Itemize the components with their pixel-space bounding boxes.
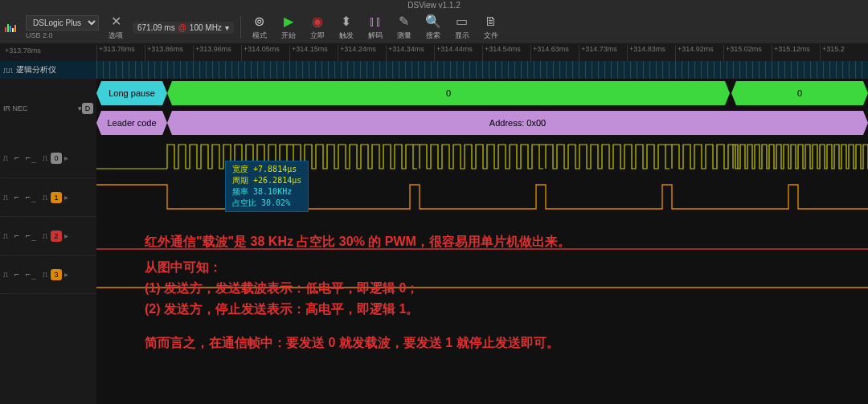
channel-badge[interactable]: 3 <box>51 269 62 280</box>
device-select[interactable]: DSLogic Plus <box>26 15 99 31</box>
ruler-tick: +315.02ms <box>723 45 772 61</box>
channel-badge[interactable]: 0 <box>51 153 62 164</box>
app-logo-icon <box>5 18 21 37</box>
search-button[interactable]: 🔍搜索 <box>421 13 445 42</box>
mode-button[interactable]: ⊚模式 <box>248 13 272 42</box>
app-title: DSView v1.1.2 <box>407 1 460 10</box>
waveform-ch0 <box>96 138 868 178</box>
channel-badge[interactable]: 1 <box>51 192 62 203</box>
ruler-tick: +314.54ms <box>482 45 530 61</box>
search-icon: 🔍 <box>425 14 441 29</box>
ruler-tick: +314.63ms <box>530 45 579 61</box>
signal-icon: ⎍⎍ <box>3 66 13 75</box>
options-button[interactable]: ✕ 选项 <box>104 13 128 42</box>
start-button[interactable]: ▶开始 <box>276 13 301 42</box>
channel-row[interactable]: ⎍ ⌐ ⌐_ ⎍ 3 ▸ <box>0 255 96 294</box>
display-icon: ▭ <box>454 14 470 29</box>
channel-row[interactable]: ⎍ ⌐ ⌐_ ⎍ 0 ▸ <box>0 138 96 178</box>
ruler-tick: +314.83ms <box>627 45 675 61</box>
trigger-icon: ⬍ <box>338 14 354 29</box>
edge-icons: ⎍ ⌐ ⌐_ ⎍ <box>3 231 48 240</box>
time-ruler[interactable]: +313.76ms+313.86ms+313.96ms+314.05ms+314… <box>96 45 868 61</box>
ruler-tick: +315.2 <box>820 45 868 61</box>
edge-icons: ⎍ ⌐ ⌐_ ⎍ <box>3 193 48 202</box>
decode-long-pause: Long pause <box>96 81 167 105</box>
decode-icon: ⫿⫿ <box>367 14 383 29</box>
analyzer-header[interactable]: ⎍⎍ 逻辑分析仪 <box>0 61 96 79</box>
chevron-right-icon: ▸ <box>64 153 68 162</box>
decode-button[interactable]: ⫿⫿解码 <box>363 13 387 42</box>
annotation-4: (2) 发送方，停止发送表示：高电平，即逻辑 1。 <box>145 299 419 320</box>
annotation-1: 红外通信"载波"是 38 KHz 占空比 30% 的 PWM，很容易用单片机做出… <box>145 231 571 252</box>
chevron-down-icon: ▾ <box>225 23 229 32</box>
measure-tooltip: 宽度 +7.8814μs 周期 +26.2814μs 频率 38.10KHz 占… <box>225 161 309 212</box>
display-button[interactable]: ▭显示 <box>450 13 474 42</box>
file-icon: 🗎 <box>483 14 499 29</box>
ruler-tick: +314.24ms <box>338 45 386 61</box>
toolbar: DSLogic Plus USB 2.0 ✕ 选项 671.09 ms @ 10… <box>0 11 868 43</box>
decode-leader: Leader code <box>96 111 167 135</box>
chevron-right-icon: ▸ <box>64 193 68 202</box>
waveform-area[interactable]: Long pause 0 0 Leader code Address: 0x00… <box>96 61 868 404</box>
ruler-tick: +314.15ms <box>289 45 338 61</box>
ruler-tick: +314.34ms <box>386 45 434 61</box>
decode-zero-b: 0 <box>731 81 868 105</box>
edge-icons: ⎍ ⌐ ⌐_ ⎍ <box>3 270 48 279</box>
decode-zero-a: 0 <box>167 81 730 105</box>
annotation-2: 从图中可知： <box>145 257 222 278</box>
waveform-ch1: 宽度 +7.8814μs 周期 +26.2814μs 频率 38.10KHz 占… <box>96 178 868 218</box>
measure-button[interactable]: ✎测量 <box>392 13 416 42</box>
instant-button[interactable]: ◉立即 <box>305 13 330 42</box>
annotation-3: (1) 发送方，发送载波表示：低电平，即逻辑 0； <box>145 278 419 299</box>
compass-icon: ✎ <box>396 14 412 29</box>
channel-badge[interactable]: 2 <box>51 231 62 242</box>
decode-lane-1: Long pause 0 0 <box>96 79 868 108</box>
wrench-icon: ✕ <box>108 14 124 29</box>
ruler-origin: +313.78ms <box>5 47 41 55</box>
file-button[interactable]: 🗎文件 <box>479 13 503 42</box>
ruler-tick: +314.73ms <box>579 45 627 61</box>
title-bar: DSView v1.1.2 <box>0 0 868 11</box>
trigger-button[interactable]: ⬍触发 <box>334 13 358 42</box>
ruler-tick: +314.44ms <box>434 45 482 61</box>
ruler-tick: +313.96ms <box>193 45 241 61</box>
gear-icon: ⊚ <box>252 14 268 29</box>
ruler-tick: +313.76ms <box>96 45 145 61</box>
channel-row[interactable]: ⎍ ⌐ ⌐_ ⎍ 1 ▸ <box>0 178 96 217</box>
ruler-tick: +314.05ms <box>241 45 289 61</box>
chevron-right-icon: ▸ <box>64 270 68 279</box>
usb-label: USB 2.0 <box>26 31 99 39</box>
record-icon: ◉ <box>309 14 326 29</box>
decode-address: Address: 0x00 <box>167 111 868 135</box>
decoder-badge: D <box>82 103 93 114</box>
sample-rate[interactable]: 671.09 ms @ 100 MHz ▾ <box>133 22 234 34</box>
decoder-irnec[interactable]: IR NEC ▾ D <box>0 79 96 138</box>
ruler-tick: +313.86ms <box>145 45 193 61</box>
channel-sidebar: ⎍⎍ 逻辑分析仪 IR NEC ▾ D ⎍ ⌐ ⌐_ ⎍ 0 ▸⎍ ⌐ ⌐_ ⎍… <box>0 61 96 404</box>
ruler-tick: +314.92ms <box>675 45 723 61</box>
edge-icons: ⎍ ⌐ ⌐_ ⎍ <box>3 153 48 162</box>
annotation-5: 简而言之，在通信帧中：要发送 0 就发载波，要发送 1 就停止发送即可。 <box>145 333 559 353</box>
wave-header <box>96 61 868 79</box>
chevron-right-icon: ▸ <box>64 231 68 240</box>
ruler-tick: +315.12ms <box>772 45 820 61</box>
channel-row[interactable]: ⎍ ⌐ ⌐_ ⎍ 2 ▸ <box>0 217 96 255</box>
decode-lane-2: Leader code Address: 0x00 <box>96 108 868 138</box>
play-icon: ▶ <box>280 14 297 29</box>
